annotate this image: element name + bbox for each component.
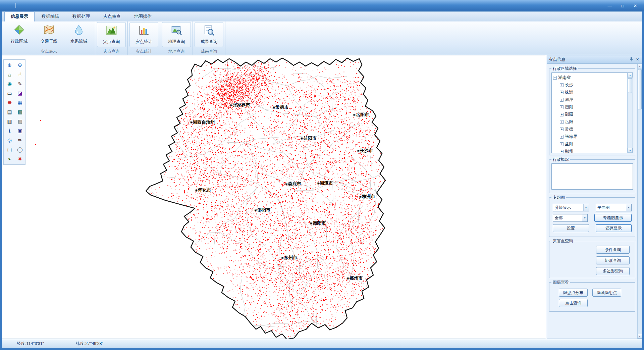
rectangle-query-button[interactable]: 矩形查询 bbox=[596, 256, 630, 264]
overview-window-icon[interactable]: ▣ bbox=[15, 127, 25, 135]
scroll-up-arrow[interactable]: ▲ bbox=[628, 73, 633, 78]
scroll-down-arrow[interactable]: ▼ bbox=[628, 148, 633, 153]
ribbon-button-disaster-stats[interactable]: 灾点统计 bbox=[129, 22, 158, 47]
ribbon-button-geo-query[interactable]: 地理查询 bbox=[162, 22, 191, 47]
city-label-株洲市: ◉株洲市 bbox=[359, 194, 375, 200]
tree-node-郴州[interactable]: +郴州 bbox=[553, 148, 627, 153]
tab-灾点审查[interactable]: 灾点审查 bbox=[97, 11, 127, 21]
chevron-down-icon[interactable]: ▼ bbox=[582, 214, 587, 221]
pointer-icon[interactable]: ➢ bbox=[5, 155, 14, 163]
globe-view-icon[interactable]: ◉ bbox=[5, 80, 14, 88]
minimize-button[interactable]: — bbox=[604, 2, 616, 10]
tree-node-邵阳[interactable]: +邵阳 bbox=[553, 111, 627, 118]
close-toolbar-icon[interactable]: ✖ bbox=[15, 155, 25, 163]
zoom-out-icon[interactable]: ⊖ bbox=[15, 61, 25, 69]
zoom-full-extent-icon[interactable]: ⌂ bbox=[5, 70, 14, 79]
scroll-thumb[interactable] bbox=[638, 69, 642, 109]
overview-textarea[interactable] bbox=[551, 163, 633, 190]
ribbon-button-label: 成果查询 bbox=[201, 39, 217, 45]
latitude-readout: 纬度:27°49′28″ bbox=[76, 341, 103, 347]
tree-node-岳阳[interactable]: +岳阳 bbox=[553, 118, 627, 126]
map-wrap: ◉张家界市◉常德市◉岳阳市◉湘西自治州◉益阳市◉长沙市◉娄底市◉湘潭市◉怀化市◉… bbox=[141, 56, 406, 339]
pan-icon[interactable]: ☝ bbox=[15, 70, 25, 79]
status-bar: 经度:114°3′31″ 纬度:27°49′28″ bbox=[2, 339, 642, 348]
hazard-distribution-button[interactable]: 隐患点分布 bbox=[559, 289, 588, 297]
tree-node-常德[interactable]: +常德 bbox=[553, 126, 627, 133]
expand-icon[interactable]: + bbox=[560, 135, 564, 139]
dropdown-value: 全部 bbox=[555, 215, 563, 221]
tree-node-株洲[interactable]: +株洲 bbox=[553, 89, 627, 96]
ribbon-button-disaster-query[interactable]: 灾点查询 bbox=[97, 22, 126, 47]
identify-flash-icon[interactable]: ✺ bbox=[5, 98, 14, 107]
tree-node-湘潭[interactable]: +湘潭 bbox=[553, 96, 627, 103]
stray-point bbox=[35, 144, 36, 145]
report-icon[interactable]: ▤ bbox=[5, 108, 14, 116]
ribbon-button-traffic-lines[interactable]: 交通干线 bbox=[35, 22, 63, 47]
chevron-down-icon[interactable]: ▼ bbox=[626, 204, 631, 211]
ribbon-button-admin-region[interactable]: 行政区域 bbox=[5, 22, 34, 47]
polygon-query-button[interactable]: 多边形查询 bbox=[596, 267, 630, 275]
classification-dropdown[interactable]: 分级显示 ▼ bbox=[553, 204, 589, 211]
scroll-down-arrow[interactable]: ▼ bbox=[638, 334, 642, 339]
region-select-title: 行政区域选择 bbox=[551, 66, 578, 71]
scroll-thumb[interactable] bbox=[628, 78, 632, 93]
print-preview-icon[interactable]: ▨ bbox=[15, 117, 25, 126]
tree-node-湖南省[interactable]: −湖南省 bbox=[553, 74, 627, 81]
expand-icon[interactable]: + bbox=[560, 91, 564, 94]
collapse-icon[interactable]: − bbox=[553, 76, 557, 80]
hide-hazard-points-button[interactable]: 隐藏隐患点 bbox=[592, 289, 621, 297]
export-image-icon[interactable]: ▧ bbox=[15, 108, 25, 116]
help-globe-icon[interactable]: ◎ bbox=[5, 136, 14, 145]
expand-icon[interactable]: + bbox=[560, 113, 564, 116]
maximize-button[interactable]: □ bbox=[616, 2, 629, 10]
tab-数据编辑[interactable]: 数据编辑 bbox=[35, 11, 65, 21]
tree-node-衡阳[interactable]: +衡阳 bbox=[553, 103, 627, 111]
chevron-down-icon[interactable]: ▼ bbox=[583, 204, 589, 211]
ribbon-button-label: 地理查询 bbox=[168, 39, 185, 45]
tree-node-益阳[interactable]: +益阳 bbox=[553, 140, 627, 148]
expand-icon[interactable]: + bbox=[560, 105, 564, 109]
pin-icon[interactable] bbox=[628, 57, 634, 62]
close-button[interactable]: ✕ bbox=[629, 2, 641, 10]
draw-circle-icon[interactable]: ◯ bbox=[15, 145, 25, 154]
measure-line-icon[interactable]: ✎ bbox=[15, 80, 25, 88]
city-label-娄底市: ◉娄底市 bbox=[285, 181, 301, 187]
panel-scrollbar[interactable]: ▲ ▼ bbox=[637, 64, 642, 339]
draw-rect-icon[interactable]: ▢ bbox=[5, 145, 14, 154]
map-style-dropdown[interactable]: 平面图 ▼ bbox=[596, 204, 632, 211]
zoom-in-icon[interactable]: ⊕ bbox=[5, 61, 14, 69]
thematic-show-button[interactable]: 专题图显示 bbox=[594, 214, 632, 222]
tree-scrollbar[interactable]: ▲ ▼ bbox=[627, 73, 633, 153]
panel-close-icon[interactable]: ✕ bbox=[635, 57, 640, 62]
tab-数据处理[interactable]: 数据处理 bbox=[66, 11, 96, 21]
tab-信息展示[interactable]: 信息展示 bbox=[4, 11, 35, 21]
restore-display-button[interactable]: 还原显示 bbox=[596, 224, 632, 232]
tree-node-张家界[interactable]: +张家界 bbox=[553, 133, 627, 140]
city-label-郴州市: ◉郴州市 bbox=[346, 275, 363, 281]
city-marker-icon: ◉ bbox=[230, 103, 232, 107]
expand-icon[interactable]: + bbox=[560, 128, 564, 131]
attribute-table-icon[interactable]: ▦ bbox=[15, 98, 25, 107]
click-query-button[interactable]: 点击查询 bbox=[559, 299, 588, 307]
expand-icon[interactable]: + bbox=[560, 150, 564, 153]
settings-button[interactable]: 设置 bbox=[553, 224, 589, 232]
tab-地图操作[interactable]: 地图操作 bbox=[128, 11, 158, 21]
tab-bar: 信息展示数据编辑数据处理灾点审查地图操作 bbox=[2, 11, 642, 21]
expand-icon[interactable]: + bbox=[560, 120, 564, 124]
sketch-icon[interactable]: ✏ bbox=[15, 136, 25, 145]
scope-dropdown[interactable]: 全部 ▼ bbox=[553, 214, 588, 222]
ribbon-button-result-query[interactable]: 成果查询 bbox=[195, 22, 223, 47]
print-icon[interactable]: ▥ bbox=[5, 117, 14, 126]
rect-select-icon[interactable]: ▭ bbox=[5, 89, 14, 98]
scroll-up-arrow[interactable]: ▲ bbox=[638, 64, 642, 68]
expand-icon[interactable]: + bbox=[560, 98, 564, 102]
info-icon[interactable]: ℹ bbox=[5, 127, 14, 135]
map-area[interactable]: ◉张家界市◉常德市◉岳阳市◉湘西自治州◉益阳市◉长沙市◉娄底市◉湘潭市◉怀化市◉… bbox=[2, 55, 546, 339]
condition-query-button[interactable]: 条件查询 bbox=[596, 246, 630, 254]
erase-icon[interactable]: ◪ bbox=[15, 89, 25, 98]
expand-icon[interactable]: + bbox=[560, 142, 564, 146]
tree-node-长沙[interactable]: +长沙 bbox=[553, 81, 627, 89]
city-marker-icon: ◉ bbox=[310, 221, 312, 225]
expand-icon[interactable]: + bbox=[560, 83, 564, 87]
ribbon-button-water-system[interactable]: 水系流域 bbox=[64, 22, 93, 47]
